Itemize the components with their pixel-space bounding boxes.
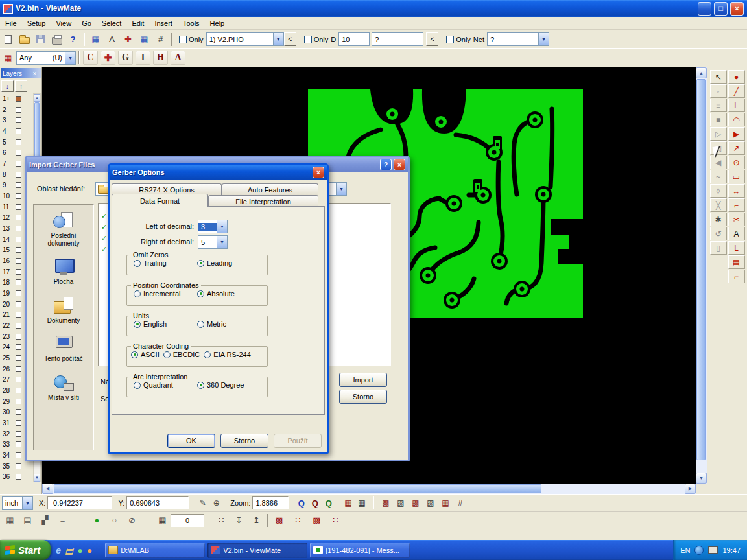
any-combo[interactable]: Any (U) ▼ <box>16 51 76 65</box>
dcode-value-field[interactable]: 10 <box>338 32 370 46</box>
layer-visibility-checkbox[interactable] <box>16 258 21 264</box>
scroll-up-icon[interactable]: ▲ <box>34 94 40 102</box>
radio-metric[interactable]: Metric <box>197 320 252 328</box>
zoom-window-icon[interactable]: Q <box>308 496 322 509</box>
save-file-button[interactable] <box>33 32 48 47</box>
scroll-up-icon[interactable]: ▲ <box>696 67 707 78</box>
layer-visibility-checkbox[interactable] <box>16 128 21 134</box>
grid-dark-icon[interactable]: ▦ <box>355 496 368 509</box>
explorer-icon[interactable]: ▤ <box>65 545 73 555</box>
origin-target-icon[interactable]: ⊕ <box>209 496 223 509</box>
draw-pencil-icon[interactable]: ✎ <box>196 496 209 509</box>
dcode-filter-field[interactable]: ? <box>372 32 423 46</box>
radio-trailing[interactable]: Trailing <box>134 259 188 267</box>
taskbar-button-v2-bin-viewmate[interactable]: V2.bin - ViewMate <box>208 542 307 558</box>
text-a-icon[interactable]: A <box>728 227 745 240</box>
hook-icon[interactable]: ⌐ <box>728 270 745 283</box>
scroll-down-icon[interactable]: ▼ <box>696 472 707 484</box>
l-shape-icon[interactable]: L <box>728 241 745 255</box>
pattern-b-icon[interactable]: ▨ <box>394 496 407 509</box>
new-file-button[interactable] <box>1 32 16 47</box>
cross-tool-icon[interactable]: ✚ <box>101 51 115 65</box>
layer-row[interactable]: 2 <box>1 104 32 115</box>
layer-visibility-checkbox[interactable] <box>16 237 21 242</box>
table-icon[interactable]: ▤ <box>728 255 745 269</box>
layers-stack-icon[interactable]: ▦ <box>3 513 18 528</box>
context-help-button[interactable]: ? <box>65 32 80 47</box>
dots-a-icon[interactable]: ∷ <box>214 513 229 528</box>
active-layer-dot-icon[interactable]: ● <box>89 513 104 528</box>
layer-visibility-checkbox[interactable] <box>16 182 21 188</box>
help-icon[interactable]: ? <box>380 159 392 170</box>
layer-row[interactable]: 1+ <box>1 93 32 104</box>
chevron-down-icon[interactable]: ▼ <box>538 33 549 45</box>
taskbar-button-d-mlab[interactable]: D:\MLAB <box>105 542 205 558</box>
vertical-scrollbar-thumb[interactable] <box>696 79 706 460</box>
layer-row[interactable]: 3 <box>1 115 32 126</box>
place-network[interactable]: Místa v síti <box>34 367 93 406</box>
flash-pad-icon[interactable]: ● <box>728 70 745 84</box>
only-net-checkbox[interactable] <box>446 36 454 43</box>
pad-pattern-d-icon[interactable]: ∷ <box>328 513 343 528</box>
prev-dcode-button[interactable]: < <box>426 32 438 46</box>
vector-ne-icon[interactable]: ↗ <box>728 141 745 155</box>
arc-draw-icon[interactable]: ◠ <box>728 113 745 126</box>
taskbar-button-191-482-091-mess[interactable]: [191-482-091] - Mess... <box>310 542 410 558</box>
only-layer-checkbox[interactable] <box>179 36 187 43</box>
horizontal-scrollbar[interactable]: ◀ ▶ <box>42 484 696 494</box>
g-tool-icon[interactable]: G <box>118 51 133 65</box>
mirror-v-icon[interactable]: ◀ <box>710 156 727 169</box>
zoom-all-icon[interactable]: Q <box>322 496 335 509</box>
chevron-down-icon[interactable]: ▼ <box>22 497 32 509</box>
layers-scrollbar-thumb[interactable] <box>34 102 40 159</box>
layer-visibility-checkbox[interactable] <box>16 161 21 167</box>
pad-pattern-c-icon[interactable]: ▩ <box>309 513 324 528</box>
anchor-up-icon[interactable]: ↥ <box>249 513 264 528</box>
open-file-button[interactable] <box>17 32 32 47</box>
layer-combo[interactable]: 1) V2.PHO ▼ <box>206 32 284 46</box>
browser-icon[interactable]: ● <box>87 545 92 555</box>
corner-line-icon[interactable]: L <box>728 99 745 112</box>
tab-auto-features[interactable]: Auto Features <box>222 183 318 195</box>
minimize-button[interactable]: _ <box>698 2 711 16</box>
ie-icon[interactable]: e <box>56 545 61 555</box>
shield-icon[interactable]: ● <box>77 545 82 555</box>
layer-visibility-checkbox[interactable] <box>16 474 21 480</box>
horizontal-scrollbar-thumb[interactable] <box>54 484 541 493</box>
diameter-mode-icon[interactable]: ⊘ <box>124 513 139 528</box>
layer-move-down-button[interactable]: ↓ <box>1 80 14 92</box>
cancel-button[interactable]: Storno <box>220 434 268 448</box>
place-recent[interactable]: Poslední dokumenty <box>34 205 93 251</box>
menu-help[interactable]: Help <box>205 18 230 29</box>
layer-visibility-checkbox[interactable] <box>16 279 21 285</box>
layers-merge-icon[interactable]: ▤ <box>20 513 35 528</box>
pattern-d-icon[interactable]: ▨ <box>423 496 437 509</box>
polygon-icon[interactable]: ▶ <box>728 127 745 141</box>
place-desktop[interactable]: Plocha <box>34 251 93 290</box>
chevron-down-icon[interactable]: ▼ <box>217 220 227 233</box>
radio-leading[interactable]: Leading <box>197 259 252 267</box>
scroll-right-icon[interactable]: ▶ <box>685 484 696 494</box>
close-button[interactable]: × <box>730 2 744 16</box>
dcode-table-icon[interactable]: ▦ <box>88 32 103 47</box>
layer-visibility-checkbox[interactable] <box>16 150 21 156</box>
select-filter-icon[interactable]: ▦ <box>1 51 16 65</box>
zoom-in-icon[interactable]: Q <box>294 496 308 509</box>
beam-tool-icon[interactable]: I <box>136 51 150 65</box>
triangle-icon[interactable]: ▷ <box>710 127 727 141</box>
import-cancel-button[interactable]: Storno <box>339 390 387 404</box>
circle-pad-icon[interactable]: ⊙ <box>728 156 745 169</box>
chevron-down-icon[interactable]: ▼ <box>217 236 227 248</box>
aperture-info-icon[interactable]: A <box>104 32 119 47</box>
diamond-icon[interactable]: ◊ <box>710 184 727 198</box>
layer-visibility-checkbox[interactable] <box>16 172 21 178</box>
radio-360-degree[interactable]: 360 Degree <box>197 381 252 389</box>
layers-swap-icon[interactable]: ▞ <box>38 513 53 528</box>
layer-visibility-checkbox[interactable] <box>16 269 21 275</box>
radio-quadrant[interactable]: Quadrant <box>134 381 188 389</box>
pattern-c-icon[interactable]: ▩ <box>409 496 422 509</box>
menu-edit[interactable]: Edit <box>126 18 149 29</box>
menu-file[interactable]: File <box>0 18 22 29</box>
layer-visibility-checkbox[interactable] <box>16 247 21 253</box>
gerber-dialog-titlebar[interactable]: Gerber Options × <box>110 165 327 180</box>
